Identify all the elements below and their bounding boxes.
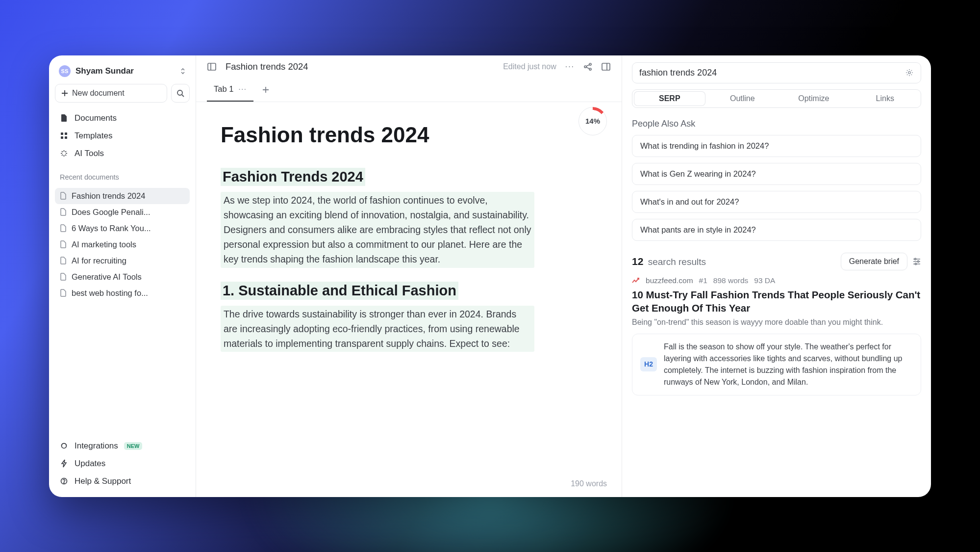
recent-doc-item[interactable]: AI marketing tools	[55, 237, 190, 253]
nav-ai-tools[interactable]: AI Tools	[55, 145, 190, 162]
svg-rect-4	[65, 136, 67, 139]
people-also-ask-header: People Also Ask	[632, 119, 921, 129]
nav-documents[interactable]: Documents	[55, 109, 190, 127]
tab-more-icon[interactable]: ···	[238, 84, 247, 94]
chevron-up-down-icon	[180, 67, 186, 75]
serp-tabs: SERP Outline Optimize Links	[632, 89, 921, 108]
svg-rect-12	[602, 63, 610, 70]
heading-sustainable[interactable]: 1. Sustainable and Ethical Fashion	[221, 282, 458, 300]
paa-item[interactable]: What's in and out for 2024?	[632, 191, 921, 213]
nav-updates[interactable]: Updates	[55, 455, 190, 473]
recent-doc-item[interactable]: best web hosting fo...	[55, 285, 190, 301]
svg-point-7	[64, 483, 64, 483]
paragraph-intro[interactable]: As we step into 2024, the world of fashi…	[221, 192, 534, 268]
svg-point-13	[908, 72, 911, 74]
add-tab-button[interactable]	[258, 82, 273, 97]
paa-item[interactable]: What is trending in fashion in 2024?	[632, 135, 921, 157]
serp-query-box[interactable]: fashion trends 2024	[632, 62, 921, 83]
recent-doc-item[interactable]: 6 Ways to Rank You...	[55, 220, 190, 237]
serp-result[interactable]: buzzfeed.com #1 898 words 93 DA 10 Must-…	[632, 276, 921, 395]
tab-optimize[interactable]: Optimize	[778, 90, 850, 107]
serp-meta: buzzfeed.com #1 898 words 93 DA	[632, 276, 921, 285]
document-title[interactable]: Fashion trends 2024	[226, 61, 494, 72]
toggle-sidebar-icon[interactable]	[207, 62, 217, 72]
tab-label: Tab 1	[214, 84, 233, 94]
sidebar: SS Shyam Sundar New document	[49, 55, 196, 497]
share-icon[interactable]	[583, 62, 592, 71]
recent-doc-label: AI for recruiting	[72, 256, 126, 265]
serp-da: 93 DA	[754, 276, 775, 285]
serp-title: 10 Must-Try Fall Fashion Trends That Peo…	[632, 288, 921, 315]
document-outline-icon	[60, 240, 67, 248]
nav-label: AI Tools	[75, 149, 104, 158]
heading-intro[interactable]: Fashion Trends 2024	[221, 168, 365, 186]
svg-rect-1	[61, 132, 63, 135]
serp-snippet-text: Fall is the season to show off your styl…	[664, 341, 913, 388]
recent-doc-label: AI marketing tools	[72, 240, 136, 249]
svg-point-9	[584, 66, 586, 68]
research-panel: fashion trends 2024 SERP Outline Optimiz…	[622, 55, 931, 497]
people-also-ask-list: What is trending in fashion in 2024?What…	[632, 135, 921, 241]
tabs-row: Tab 1 ···	[196, 79, 622, 102]
more-icon[interactable]: ···	[565, 62, 575, 71]
svg-point-0	[177, 90, 182, 95]
document-outline-icon	[60, 224, 67, 232]
svg-point-14	[914, 258, 916, 260]
word-count: 190 words	[571, 479, 607, 488]
recent-doc-item[interactable]: Fashion trends 2024	[55, 188, 190, 204]
paragraph-sustainable[interactable]: The drive towards sustainability is stro…	[221, 306, 534, 352]
nav-help[interactable]: Help & Support	[55, 473, 190, 490]
nav-label: Templates	[75, 131, 112, 141]
recent-doc-item[interactable]: AI for recruiting	[55, 253, 190, 269]
page-title[interactable]: Fashion trends 2024	[221, 123, 597, 147]
settings-icon[interactable]	[905, 68, 914, 77]
plus-icon	[61, 90, 68, 97]
nav-templates[interactable]: Templates	[55, 127, 190, 145]
content-score-ring[interactable]: 14%	[578, 107, 607, 135]
document-icon	[60, 114, 69, 122]
recent-doc-label: best web hosting fo...	[72, 289, 148, 298]
filter-icon[interactable]	[912, 258, 921, 265]
new-document-button[interactable]: New document	[55, 84, 167, 103]
svg-point-16	[915, 263, 916, 264]
search-icon	[176, 89, 184, 97]
toggle-right-panel-icon[interactable]	[601, 62, 611, 72]
recent-doc-item[interactable]: Generative AI Tools	[55, 269, 190, 285]
svg-point-15	[917, 261, 919, 262]
serp-query-text: fashion trends 2024	[639, 68, 717, 78]
serp-description: Being "on-trend" this season is wayyy mo…	[632, 318, 921, 327]
nav-label: Updates	[75, 459, 105, 469]
app-window: SS Shyam Sundar New document	[49, 55, 931, 497]
sparkle-icon	[60, 150, 69, 157]
document-outline-icon	[60, 192, 67, 200]
document-outline-icon	[60, 289, 67, 297]
recent-doc-label: Generative AI Tools	[72, 272, 142, 282]
paa-item[interactable]: What pants are in style in 2024?	[632, 219, 921, 241]
nav-label: Help & Support	[75, 476, 131, 486]
svg-rect-2	[65, 132, 67, 135]
account-switcher[interactable]: SS Shyam Sundar	[55, 62, 190, 80]
document-outline-icon	[60, 273, 67, 281]
tab-1[interactable]: Tab 1 ···	[207, 79, 253, 102]
serp-domain: buzzfeed.com	[646, 276, 693, 285]
document-body[interactable]: 14% Fashion trends 2024 Fashion Trends 2…	[196, 102, 622, 497]
paa-item[interactable]: What is Gen Z wearing in 2024?	[632, 163, 921, 185]
recent-documents-list: Fashion trends 2024Does Google Penali...…	[55, 188, 190, 301]
trending-icon	[632, 278, 640, 284]
generate-brief-button[interactable]: Generate brief	[841, 253, 907, 270]
recent-doc-label: 6 Ways to Rank You...	[72, 224, 151, 233]
document-outline-icon	[60, 257, 67, 264]
nav-integrations[interactable]: Integrations NEW	[55, 437, 190, 455]
tab-serp[interactable]: SERP	[634, 91, 705, 106]
results-count: 12 search results	[632, 256, 706, 267]
search-button[interactable]	[171, 84, 190, 103]
bolt-icon	[60, 459, 69, 468]
recent-doc-item[interactable]: Does Google Penali...	[55, 204, 190, 220]
serp-snippet: H2 Fall is the season to show off your s…	[632, 334, 921, 395]
new-badge: NEW	[124, 442, 143, 450]
tab-outline[interactable]: Outline	[707, 90, 779, 107]
new-document-label: New document	[72, 89, 125, 98]
primary-nav: Documents Templates AI Tools	[55, 109, 190, 162]
tab-links[interactable]: Links	[850, 90, 921, 107]
nav-label: Integrations	[75, 441, 118, 451]
